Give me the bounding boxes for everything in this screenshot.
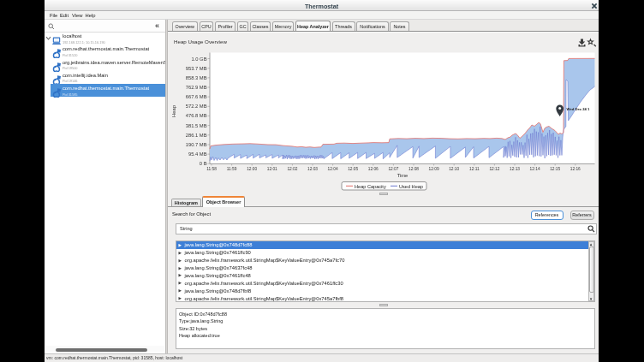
svg-text:12:08: 12:08 (408, 167, 419, 171)
svg-text:Heap Capacity: Heap Capacity (355, 184, 386, 189)
svg-text:12:02: 12:02 (287, 167, 297, 171)
svg-text:12:06: 12:06 (368, 167, 379, 171)
svg-text:95.4 MB: 95.4 MB (188, 151, 207, 157)
svg-text:12:10: 12:10 (449, 167, 459, 171)
svg-text:381.5 MB: 381.5 MB (186, 123, 207, 128)
svg-text:953.7 MB: 953.7 MB (186, 66, 207, 71)
svg-text:858.3 MB: 858.3 MB (186, 75, 207, 80)
svg-text:12:05: 12:05 (348, 167, 358, 171)
svg-text:12:04: 12:04 (328, 167, 338, 171)
svg-text:12:11: 12:11 (469, 167, 480, 171)
svg-text:12:07: 12:07 (388, 167, 398, 171)
svg-text:190.7 MB: 190.7 MB (186, 142, 207, 147)
svg-text:12:03: 12:03 (307, 167, 318, 171)
svg-text:Heap: Heap (171, 105, 176, 117)
svg-text:476.8 MB: 476.8 MB (186, 113, 207, 118)
svg-text:11:59: 11:59 (227, 167, 237, 171)
svg-text:12:00: 12:00 (247, 167, 257, 171)
svg-text:286.1 MB: 286.1 MB (186, 133, 207, 138)
svg-text:667.6 MB: 667.6 MB (186, 94, 207, 99)
svg-text:Heap Usage Overview: Heap Usage Overview (174, 39, 227, 45)
svg-text:572.2 MB: 572.2 MB (186, 104, 207, 109)
svg-text:0 B: 0 B (200, 161, 207, 166)
svg-text:762.9 MB: 762.9 MB (186, 85, 207, 90)
svg-text:12:16: 12:16 (570, 167, 581, 171)
svg-text:12:12: 12:12 (489, 167, 499, 171)
svg-text:Wed Dec 24 1: Wed Dec 24 1 (567, 107, 591, 111)
svg-text:12:15: 12:15 (550, 167, 560, 171)
svg-text:12:01: 12:01 (267, 167, 277, 171)
svg-text:12:13: 12:13 (510, 167, 520, 171)
svg-text:Time: Time (397, 173, 408, 178)
svg-text:12:09: 12:09 (429, 167, 439, 171)
svg-text:Used Heap: Used Heap (399, 184, 423, 189)
svg-text:11:58: 11:58 (206, 167, 217, 171)
svg-text:1.0 GB: 1.0 GB (191, 56, 206, 62)
svg-text:12:14: 12:14 (530, 167, 540, 171)
